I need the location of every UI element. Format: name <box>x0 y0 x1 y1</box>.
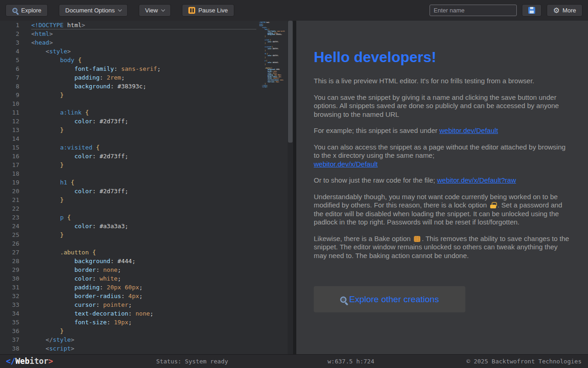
code-line[interactable]: 30 color: white; <box>0 274 293 283</box>
line-number: 24 <box>0 222 19 230</box>
code-line[interactable]: 7 padding: 2rem; <box>0 73 293 82</box>
toolbar-left: Explore Document Options View Pause Live <box>6 4 234 17</box>
editor-scrollbar[interactable] <box>288 21 293 354</box>
gear-icon: ⚙ <box>553 7 560 14</box>
preview-pane: Hello developers! This is a live preview… <box>296 21 588 354</box>
code-line[interactable]: 26 <box>0 239 293 248</box>
line-number: 4 <box>0 47 19 56</box>
code-line[interactable]: 13 } <box>0 126 293 134</box>
line-number: 29 <box>0 265 19 274</box>
explore-creations-button[interactable]: Explore other creations <box>314 286 465 312</box>
line-number: 17 <box>0 161 19 169</box>
line-number: 15 <box>0 143 19 152</box>
code-line[interactable]: 9 } <box>0 91 293 99</box>
floppy-disk-icon <box>528 7 535 14</box>
main-split: 1<!DOCTYPE html>2<html>3<head>4 <style>5… <box>0 21 588 354</box>
code-line[interactable]: 36 } <box>0 327 293 335</box>
code-line[interactable]: 2<html> <box>0 29 293 38</box>
chevron-down-icon <box>161 7 164 11</box>
view-button[interactable]: View <box>139 4 171 17</box>
line-number: 11 <box>0 108 19 117</box>
code-line[interactable]: 10 <box>0 99 293 108</box>
code-line[interactable]: 32 border-radius: 4px; <box>0 292 293 300</box>
code-line[interactable]: 29 border: none; <box>0 265 293 274</box>
code-line[interactable]: 15 a:visited { <box>0 143 293 152</box>
code-line[interactable]: 28 background: #444; <box>0 257 293 265</box>
explore-creations-label: Explore other creations <box>349 294 439 304</box>
code-line[interactable]: 38 <script> <box>0 344 293 353</box>
line-number: 34 <box>0 309 19 318</box>
editor-dimensions: w:637.5 h:724 <box>328 355 374 368</box>
code-line[interactable]: 35 font-size: 19px; <box>0 318 293 327</box>
save-button[interactable] <box>522 4 542 17</box>
code-line[interactable]: 11 a:link { <box>0 108 293 117</box>
code-line[interactable]: 25 } <box>0 230 293 239</box>
code-line[interactable]: 24 color: #a3a3a3; <box>0 222 293 230</box>
code-line[interactable]: 12 color: #2d73ff; <box>0 117 293 126</box>
document-options-label: Document Options <box>65 7 115 14</box>
code-line[interactable]: 31 padding: 20px 60px; <box>0 283 293 292</box>
explore-button[interactable]: Explore <box>6 4 48 17</box>
code-line[interactable]: 23 p { <box>0 213 293 222</box>
code-line[interactable]: 21 } <box>0 196 293 204</box>
code-line[interactable]: 20 color: #2d73ff; <box>0 187 293 196</box>
code-line[interactable]: 33 cursor: pointer; <box>0 300 293 309</box>
code-line[interactable]: 34 text-decoration: none; <box>0 309 293 318</box>
document-options-button[interactable]: Document Options <box>59 4 128 17</box>
copyright-text: © 2025 Backtwofront Technologies <box>467 355 582 368</box>
line-number: 1 <box>0 21 19 29</box>
preview-heading: Hello developers! <box>314 49 571 66</box>
editor-scrollbar-thumb[interactable] <box>288 21 293 143</box>
code-line[interactable]: 8 background: #38393c; <box>0 82 293 91</box>
preview-paragraph: Likewise, there is a Bake option . This … <box>314 235 571 260</box>
line-number: 38 <box>0 344 19 353</box>
minimap-content: <!DOCTYPE html><html><head> <style> body… <box>259 22 287 88</box>
preview-link[interactable]: webitor.dev/x/Default?raw <box>437 176 516 184</box>
toolbar: Explore Document Options View Pause Live… <box>0 0 588 21</box>
line-number: 19 <box>0 178 19 187</box>
code-line[interactable]: 6 font-family: sans-serif; <box>0 64 293 73</box>
search-icon <box>12 7 18 14</box>
preview-paragraph: Understandably though, you may not want … <box>314 193 571 227</box>
code-line[interactable]: 5 body { <box>0 56 293 64</box>
pause-icon <box>188 7 195 14</box>
active-line-underline <box>31 29 256 29</box>
line-number: 22 <box>0 204 19 213</box>
line-number: 7 <box>0 73 19 82</box>
code-line[interactable]: 22 <box>0 204 293 213</box>
code-line[interactable]: 4 <style> <box>0 47 293 56</box>
pause-live-button[interactable]: Pause Live <box>182 4 234 17</box>
code-line[interactable]: 17 } <box>0 161 293 169</box>
preview-paragraph: You can save the snippet by giving it a … <box>314 93 571 119</box>
code-line[interactable]: 1<!DOCTYPE html> <box>0 21 293 29</box>
code-line[interactable]: 14 <box>0 134 293 143</box>
code-line[interactable]: 16 color: #2d73ff; <box>0 152 293 161</box>
code-lines[interactable]: 1<!DOCTYPE html>2<html>3<head>4 <style>5… <box>0 21 293 353</box>
line-number: 30 <box>0 274 19 283</box>
line-number: 35 <box>0 318 19 327</box>
line-number: 25 <box>0 230 19 239</box>
line-number: 20 <box>0 187 19 196</box>
minimap[interactable]: <!DOCTYPE html><html><head> <style> body… <box>259 22 287 95</box>
code-line[interactable]: 3<head> <box>0 38 293 47</box>
preview-link[interactable]: webitor.dev/x/Default <box>314 160 378 168</box>
line-number: 32 <box>0 292 19 300</box>
code-line[interactable]: 27 .abutton { <box>0 248 293 257</box>
pane-splitter[interactable] <box>293 21 296 354</box>
preview-paragraphs: This is a live preview HTML editor. It's… <box>314 77 571 260</box>
line-number: 27 <box>0 248 19 257</box>
preview-link[interactable]: webitor.dev/Default <box>439 126 498 134</box>
code-line[interactable]: 37 </style> <box>0 335 293 344</box>
snippet-name-input[interactable] <box>430 5 517 16</box>
more-button[interactable]: ⚙More <box>547 4 582 17</box>
lock-icon <box>490 202 496 208</box>
code-editor[interactable]: 1<!DOCTYPE html>2<html>3<head>4 <style>5… <box>0 21 293 354</box>
line-number: 21 <box>0 196 19 204</box>
code-line[interactable]: 19 h1 { <box>0 178 293 187</box>
line-number: 16 <box>0 152 19 161</box>
line-number: 31 <box>0 283 19 292</box>
chevron-down-icon <box>118 7 122 11</box>
code-line[interactable]: 18 <box>0 169 293 178</box>
status-text: Status: System ready <box>156 355 228 368</box>
line-number: 10 <box>0 99 19 108</box>
